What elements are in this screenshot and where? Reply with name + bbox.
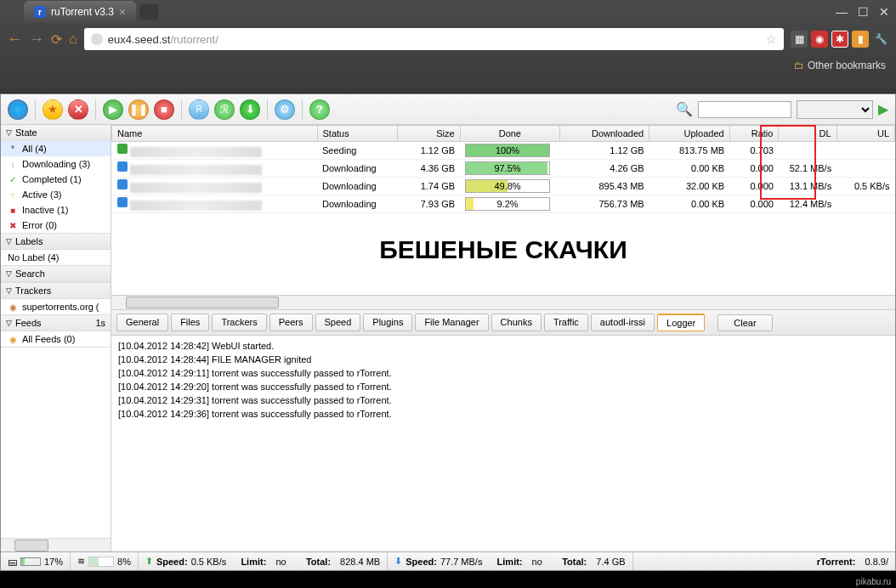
- close-icon[interactable]: ✕: [879, 5, 889, 19]
- search-engine-select[interactable]: [797, 100, 873, 119]
- forward-button[interactable]: →: [29, 31, 44, 48]
- col-status[interactable]: Status: [317, 126, 398, 142]
- col-ul[interactable]: UL: [836, 126, 894, 142]
- detail-tab-general[interactable]: General: [116, 314, 168, 331]
- download-button[interactable]: ⬇: [240, 99, 260, 120]
- url-bar[interactable]: eux4.seed.st/rutorrent/ ☆: [84, 28, 784, 50]
- folder-icon: 🗀: [794, 59, 804, 71]
- extension-icons: ▦ ◉ ✱ ▮ 🔧: [791, 31, 889, 48]
- upload-icon: ⬆: [145, 556, 153, 567]
- log-line: [10.04.2012 14:29:31] torrent was succes…: [118, 393, 888, 407]
- help-button[interactable]: ?: [309, 99, 330, 120]
- sidebar-label-item-0[interactable]: No Label (4): [1, 250, 111, 265]
- stop-button[interactable]: ■: [154, 99, 174, 120]
- reload-button[interactable]: ⟳: [51, 31, 62, 48]
- sidebar-tracker-item-icon: ◉: [8, 302, 18, 312]
- ext-icon-2[interactable]: ◉: [811, 31, 828, 48]
- maximize-icon[interactable]: ☐: [858, 5, 869, 19]
- sidebar-header-labels[interactable]: ▽Labels: [1, 234, 111, 250]
- sidebar-tracker-item-0[interactable]: ◉supertorrents.org (: [1, 299, 111, 314]
- torrent-row[interactable]: Downloading 4.36 GB 97.5% 4.26 GB 0.00 K…: [112, 160, 895, 178]
- sidebar-feed-item-icon: ◉: [8, 334, 18, 344]
- download-icon: ⬇: [394, 556, 402, 567]
- remove-button[interactable]: ✕: [68, 99, 88, 120]
- detail-tab-plugins[interactable]: Plugins: [363, 314, 412, 331]
- sidebar-header-trackers[interactable]: ▽Trackers: [1, 283, 111, 299]
- seed-icon: [117, 144, 128, 154]
- bookmarks-label: Other bookmarks: [808, 59, 886, 71]
- col-name[interactable]: Name: [112, 126, 318, 142]
- sidebar-feed-item-0[interactable]: ◉All Feeds (0): [1, 331, 111, 347]
- detail-tab-autodl-irssi[interactable]: autodl-irssi: [591, 314, 655, 331]
- rss-button[interactable]: R: [189, 99, 209, 120]
- torrent-name-redacted: [130, 201, 262, 211]
- grid-scrollbar[interactable]: [111, 295, 895, 309]
- ext-icon-3[interactable]: ✱: [831, 31, 848, 48]
- search-go-button[interactable]: ▶: [878, 101, 888, 117]
- disk-usage[interactable]: 🖴 17%: [1, 552, 71, 570]
- tab-close-icon[interactable]: ×: [119, 5, 126, 19]
- progress-bar: 9.2%: [465, 197, 550, 211]
- download-icon: [117, 161, 128, 172]
- torrent-row[interactable]: Seeding 1.12 GB 100% 1.12 GB 813.75 MB 0…: [112, 142, 895, 160]
- settings-button[interactable]: ⚙: [275, 99, 295, 120]
- log-panel: [10.04.2012 14:28:42] WebUI started.[10.…: [111, 336, 895, 551]
- sidebar-scrollbar[interactable]: [1, 538, 111, 551]
- col-downloaded[interactable]: Downloaded: [560, 126, 649, 142]
- tab-bar: r ruTorrent v3.3 ×: [0, 0, 896, 24]
- detail-tab-file-manager[interactable]: File Manager: [415, 314, 488, 331]
- browser-tab[interactable]: r ruTorrent v3.3 ×: [24, 1, 136, 23]
- torrent-row[interactable]: Downloading 7.93 GB 9.2% 756.73 MB 0.00 …: [112, 195, 895, 213]
- download-stats: ⬇ Speed:77.7 MB/s Limit: no Total: 7.4 G…: [388, 552, 632, 570]
- sidebar-state-item-2[interactable]: ✓Completed (1): [1, 172, 111, 187]
- start-button[interactable]: ▶: [103, 99, 123, 120]
- detail-tab-logger[interactable]: Logger: [657, 314, 705, 331]
- other-bookmarks-button[interactable]: 🗀 Other bookmarks: [794, 59, 886, 71]
- url-text: eux4.seed.st/rutorrent/: [108, 33, 766, 46]
- col-dl[interactable]: DL: [779, 126, 836, 142]
- back-button[interactable]: ←: [7, 31, 22, 48]
- minimize-icon[interactable]: —: [836, 5, 848, 19]
- watermark: pikabu.ru: [856, 577, 891, 586]
- pause-button[interactable]: ❚❚: [128, 99, 149, 120]
- tab-title: ruTorrent v3.3: [51, 6, 114, 18]
- progress-bar: 49.8%: [465, 179, 550, 193]
- bookmark-star-icon[interactable]: ☆: [766, 32, 777, 46]
- col-done[interactable]: Done: [460, 126, 560, 142]
- disk-icon: 🖴: [8, 557, 17, 567]
- detail-tab-speed[interactable]: Speed: [315, 314, 361, 331]
- detail-tab-chunks[interactable]: Chunks: [491, 314, 542, 331]
- torrent-grid: Name Status Size Done Downloaded Uploade…: [111, 125, 895, 295]
- progress-bar: 97.5%: [465, 161, 550, 175]
- ext-icon-1[interactable]: ▦: [791, 31, 808, 48]
- sidebar-state-item-0[interactable]: *All (4): [1, 141, 111, 156]
- window-controls: — ☐ ✕: [836, 5, 889, 19]
- sidebar-state-item-1[interactable]: ↓Downloading (3): [1, 156, 111, 172]
- sidebar-header-search[interactable]: ▽Search: [1, 266, 111, 282]
- detail-tab-traffic[interactable]: Traffic: [544, 314, 588, 331]
- search-input[interactable]: [698, 101, 791, 118]
- detail-tab-peers[interactable]: Peers: [269, 314, 313, 331]
- sidebar-state-item-4[interactable]: ■Inactive (1): [1, 202, 111, 218]
- mem-usage[interactable]: ≋ 8%: [71, 552, 139, 570]
- rss-manager-button[interactable]: ℛ: [214, 99, 235, 120]
- col-ratio[interactable]: Ratio: [729, 126, 779, 142]
- sidebar-header-feeds[interactable]: ▽Feeds1s: [1, 315, 111, 331]
- home-button[interactable]: ⌂: [69, 31, 77, 47]
- col-uploaded[interactable]: Uploaded: [649, 126, 730, 142]
- new-tab-button[interactable]: [139, 4, 158, 20]
- ext-icon-4[interactable]: ▮: [852, 31, 869, 48]
- sidebar-state-item-5[interactable]: ✖Error (0): [1, 218, 111, 233]
- add-url-button[interactable]: 🌐: [8, 99, 28, 120]
- sidebar-header-state[interactable]: ▽State: [1, 125, 111, 141]
- wrench-icon[interactable]: 🔧: [872, 31, 889, 48]
- sidebar-state-item-icon: ✓: [8, 174, 18, 184]
- sidebar-state-item-3[interactable]: ↑Active (3): [1, 187, 111, 202]
- col-size[interactable]: Size: [398, 126, 461, 142]
- detail-tab-trackers[interactable]: Trackers: [212, 314, 266, 331]
- create-button[interactable]: ★: [43, 99, 63, 120]
- clear-log-button[interactable]: Clear: [717, 314, 772, 331]
- torrent-row[interactable]: Downloading 1.74 GB 49.8% 895.43 MB 32.0…: [112, 178, 895, 195]
- detail-tab-files[interactable]: Files: [171, 314, 209, 331]
- log-line: [10.04.2012 14:29:11] torrent was succes…: [118, 366, 888, 380]
